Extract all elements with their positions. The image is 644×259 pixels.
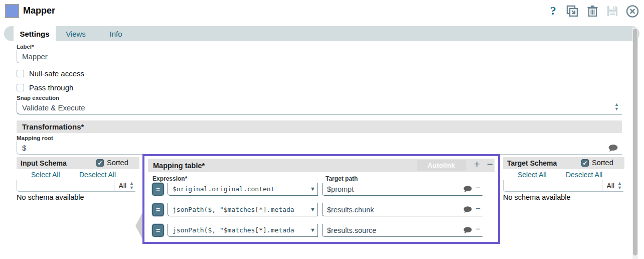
dialog-title: Mapper bbox=[23, 6, 55, 16]
null-safe-label: Null-safe access bbox=[29, 69, 84, 78]
delete-row-icon[interactable]: − bbox=[475, 183, 480, 193]
input-schema-title: Input Schema bbox=[21, 159, 67, 167]
add-row-button[interactable]: + bbox=[474, 158, 480, 170]
transformations-section-header: Transformations* bbox=[17, 120, 622, 133]
mapping-root-field bbox=[17, 141, 622, 155]
tab-info[interactable]: Info bbox=[96, 26, 136, 41]
target-path-input[interactable] bbox=[323, 203, 482, 216]
expression-toggle-button[interactable]: = bbox=[152, 183, 164, 196]
input-schema-empty-text: No schema available bbox=[17, 193, 84, 201]
expression-dropdown-icon[interactable]: ▼ bbox=[310, 227, 315, 233]
autolink-button[interactable]: Autolink bbox=[417, 160, 466, 171]
suggest-bubble-icon[interactable] bbox=[608, 145, 618, 152]
filter-spinner-icon[interactable]: ▲▼ bbox=[129, 181, 134, 190]
input-sorted-label: Sorted bbox=[107, 159, 128, 167]
pass-through-label: Pass through bbox=[29, 83, 73, 92]
target-path-field bbox=[322, 203, 482, 216]
select-spinner-icon[interactable]: ▲▼ bbox=[614, 102, 619, 111]
expression-field: ▼ bbox=[168, 203, 318, 216]
expression-dropdown-icon[interactable]: ▼ bbox=[310, 206, 315, 212]
input-schema-filter-input[interactable] bbox=[17, 182, 114, 190]
tab-settings[interactable]: Settings bbox=[14, 26, 56, 41]
expression-toggle-button[interactable]: = bbox=[152, 224, 164, 237]
expression-field: ▼ bbox=[168, 224, 318, 237]
tab-views[interactable]: Views bbox=[56, 26, 96, 41]
target-schema-empty-text: No schema available bbox=[503, 193, 571, 201]
export-icon[interactable] bbox=[566, 5, 579, 18]
target-sorted-label: Sorted bbox=[592, 159, 613, 167]
mapping-row: = ▼ − bbox=[144, 203, 498, 217]
remove-row-button[interactable]: − bbox=[487, 158, 493, 170]
expression-input[interactable] bbox=[168, 183, 317, 195]
input-deselect-all-link[interactable]: Deselect All bbox=[79, 171, 116, 179]
target-schema-filter: All ▲▼ bbox=[503, 180, 623, 192]
snap-icon bbox=[5, 4, 19, 18]
target-path-column-header: Target path bbox=[326, 175, 358, 182]
tab-bar: Settings Views Info bbox=[4, 26, 639, 41]
trash-icon[interactable] bbox=[586, 5, 599, 18]
input-schema-filter-dropdown[interactable]: All ▲▼ bbox=[114, 180, 135, 191]
snap-execution-select[interactable]: ▲▼ bbox=[17, 101, 622, 114]
expression-field: ▼ bbox=[168, 183, 318, 196]
mapping-table-title: Mapping table* bbox=[153, 162, 205, 170]
mapping-row: = ▼ − bbox=[144, 224, 498, 237]
input-schema-filter: All ▲▼ bbox=[17, 180, 135, 192]
mapping-row: = ▼ − bbox=[144, 183, 498, 196]
label-input[interactable] bbox=[17, 52, 622, 61]
delete-row-icon[interactable]: − bbox=[475, 224, 480, 234]
delete-row-icon[interactable]: − bbox=[475, 204, 480, 214]
target-schema-title: Target Schema bbox=[507, 159, 557, 167]
vertical-scrollbar[interactable] bbox=[632, 28, 638, 259]
label-field bbox=[17, 50, 622, 63]
target-path-input[interactable] bbox=[323, 224, 482, 236]
null-safe-checkbox[interactable] bbox=[17, 70, 24, 77]
target-deselect-all-link[interactable]: Deselect All bbox=[566, 171, 602, 179]
target-schema-filter-input[interactable] bbox=[504, 182, 602, 190]
mapping-root-caption: Mapping root bbox=[17, 135, 53, 141]
snap-execution-caption: Snap execution bbox=[17, 95, 59, 101]
expression-column-header: Expression* bbox=[152, 175, 187, 182]
input-sorted-checkbox[interactable]: ✓ bbox=[96, 159, 104, 167]
mapping-table-panel: Mapping table* Autolink + − Expression* … bbox=[142, 154, 500, 244]
close-icon[interactable] bbox=[626, 5, 639, 18]
suggest-bubble-icon[interactable] bbox=[463, 206, 472, 213]
expression-input[interactable] bbox=[168, 224, 317, 236]
mapping-root-input[interactable] bbox=[17, 144, 622, 152]
label-field-caption: Label* bbox=[17, 44, 34, 50]
save-icon[interactable] bbox=[606, 5, 619, 18]
snap-execution-value[interactable] bbox=[17, 103, 622, 112]
target-sorted-checkbox[interactable]: ✓ bbox=[581, 159, 589, 167]
target-schema-filter-dropdown[interactable]: All ▲▼ bbox=[602, 180, 623, 191]
pass-through-checkbox[interactable] bbox=[17, 84, 24, 91]
tabbar-left-cap bbox=[4, 26, 14, 41]
snap-settings-dialog: Mapper ? bbox=[0, 0, 644, 259]
target-schema-header: Target Schema ✓ Sorted bbox=[503, 157, 624, 169]
target-path-field bbox=[322, 183, 482, 196]
input-select-all-link[interactable]: Select All bbox=[31, 171, 60, 179]
suggest-bubble-icon[interactable] bbox=[463, 186, 472, 193]
input-schema-header: Input Schema ✓ Sorted bbox=[17, 157, 139, 169]
help-icon[interactable]: ? bbox=[547, 5, 560, 18]
collapse-panel-handle-icon[interactable] bbox=[135, 213, 142, 239]
filter-spinner-icon[interactable]: ▲▼ bbox=[617, 181, 622, 190]
expression-input[interactable] bbox=[168, 203, 317, 216]
expression-dropdown-icon[interactable]: ▼ bbox=[310, 186, 315, 192]
target-path-field bbox=[322, 224, 482, 237]
expression-toggle-button[interactable]: = bbox=[152, 203, 164, 216]
suggest-bubble-icon[interactable] bbox=[463, 227, 472, 234]
target-path-input[interactable] bbox=[323, 183, 482, 195]
target-select-all-link[interactable]: Select All bbox=[518, 171, 547, 179]
scrollbar-thumb[interactable] bbox=[633, 29, 637, 255]
